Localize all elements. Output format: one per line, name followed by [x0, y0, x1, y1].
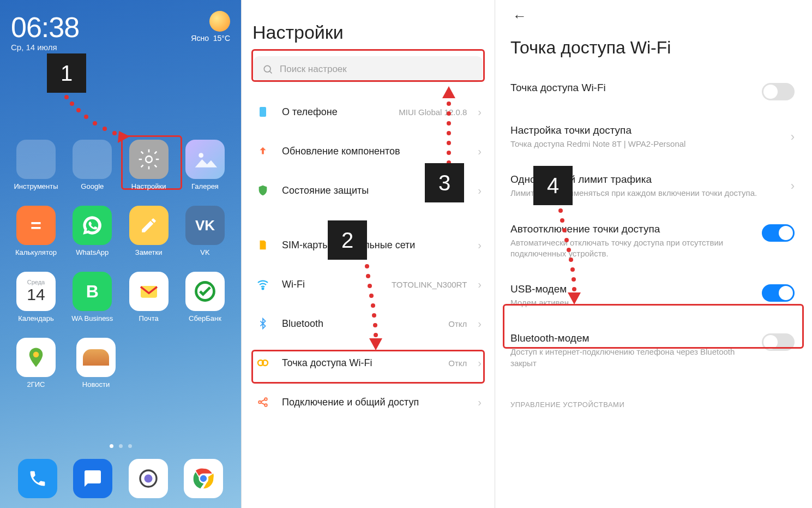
svg-point-0	[64, 95, 69, 99]
app-settings[interactable]: Настройки	[123, 140, 175, 190]
row-usb-modem[interactable]: USB-модемМодем активен	[510, 271, 795, 320]
settings-row-security[interactable]: Состояние защиты ›	[252, 171, 484, 210]
svg-point-19	[262, 288, 264, 290]
status-bar: 06:38 Ср, 14 июля Ясно 15°C	[0, 0, 241, 52]
clock-date: Ср, 14 июля	[11, 43, 79, 52]
chrome-app[interactable]	[184, 459, 223, 498]
update-icon	[255, 143, 271, 159]
home-screen-panel: 06:38 Ср, 14 июля Ясно 15°C 1 Инструмент…	[0, 0, 241, 508]
app-grid: Инструменты Google Настройки Галерея =Ка…	[0, 140, 241, 404]
app-sberbank[interactable]: СберБанк	[179, 272, 231, 322]
phone-info-icon	[255, 104, 271, 120]
auto-off-toggle[interactable]	[762, 224, 795, 242]
bt-modem-toggle[interactable]	[762, 333, 795, 351]
app-news[interactable]: Новости	[70, 338, 122, 389]
row-data-limit[interactable]: Однократный лимит трафикаЛимит будет при…	[510, 162, 795, 211]
svg-point-8	[199, 153, 203, 158]
back-button[interactable]: ←	[510, 0, 795, 25]
clock-widget[interactable]: 06:38 Ср, 14 июля	[11, 11, 79, 52]
hotspot-settings-panel: ← Точка доступа Wi-Fi Точка доступа Wi-F…	[495, 0, 812, 508]
messages-app[interactable]	[73, 459, 112, 498]
clock-time: 06:38	[11, 11, 79, 44]
app-vk[interactable]: VKVK	[179, 206, 231, 256]
gear-icon	[129, 140, 169, 179]
hotspot-title: Точка доступа Wi-Fi	[510, 25, 795, 70]
settings-row-hotspot[interactable]: Точка доступа Wi-Fi Откл ›	[252, 343, 484, 383]
row-hotspot-config[interactable]: Настройка точки доступаТочка доступа Red…	[510, 112, 795, 162]
sber-icon	[185, 272, 225, 311]
app-gallery[interactable]: Галерея	[179, 140, 231, 190]
settings-row-sim[interactable]: SIM-карты и мобильные сети ›	[252, 225, 484, 265]
app-wa-business[interactable]: BWA Business	[66, 272, 118, 322]
search-icon	[262, 64, 273, 75]
map-pin-icon	[16, 338, 56, 377]
weather-widget[interactable]: Ясно 15°C	[191, 11, 230, 43]
svg-point-11	[33, 352, 39, 358]
svg-point-17	[264, 65, 270, 72]
svg-rect-18	[260, 107, 266, 117]
svg-point-3	[84, 115, 88, 119]
hotspot-icon	[255, 355, 271, 371]
weather-text: Ясно 15°C	[191, 34, 230, 43]
app-2gis[interactable]: 2ГИС	[10, 338, 62, 389]
chevron-right-icon: ›	[478, 106, 482, 118]
pencil-icon	[129, 206, 169, 245]
row-auto-off[interactable]: Автоотключение точки доступаАвтоматическ…	[510, 211, 795, 272]
usb-modem-toggle[interactable]	[762, 284, 795, 302]
whatsapp-icon	[73, 206, 112, 245]
phone-app[interactable]	[18, 459, 57, 498]
svg-point-4	[93, 121, 97, 125]
svg-point-6	[112, 131, 117, 135]
row-hotspot-toggle[interactable]: Точка доступа Wi-Fi	[510, 70, 795, 112]
settings-list-panel: Настройки Поиск настроек О телефоне MIUI…	[241, 0, 495, 508]
app-tools[interactable]: Инструменты	[10, 140, 62, 190]
svg-point-13	[144, 475, 152, 483]
svg-point-7	[146, 156, 152, 163]
svg-point-1	[70, 101, 74, 106]
annotation-marker-1: 1	[47, 53, 86, 93]
svg-point-2	[76, 108, 81, 112]
annotation-arrow-1	[60, 92, 136, 146]
bluetooth-icon	[255, 315, 271, 332]
app-notes[interactable]: Заметки	[123, 206, 175, 256]
hotspot-toggle[interactable]	[762, 83, 795, 100]
share-icon	[255, 394, 271, 410]
wifi-icon	[255, 276, 271, 292]
settings-row-update[interactable]: Обновление компонентов ›	[252, 132, 484, 171]
chevron-right-icon: ›	[791, 130, 795, 144]
dock	[0, 459, 241, 498]
shield-icon	[255, 182, 271, 199]
settings-row-about[interactable]: О телефоне MIUI Global 12.0.8 ›	[252, 92, 484, 132]
gallery-icon	[185, 140, 225, 179]
page-indicator	[0, 444, 241, 448]
section-devices: УПРАВЛЕНИЕ УСТРОЙСТВАМИ	[510, 381, 795, 409]
app-calendar[interactable]: Среда14Календарь	[10, 272, 62, 322]
settings-title: Настройки	[252, 0, 484, 54]
app-whatsapp[interactable]: WhatsApp	[66, 206, 118, 256]
row-bt-modem[interactable]: Bluetooth-модемДоступ к интернет-подключ…	[510, 320, 795, 381]
search-settings-input[interactable]: Поиск настроек	[254, 56, 483, 82]
mail-icon	[129, 272, 169, 311]
app-mail[interactable]: Почта	[123, 272, 175, 322]
settings-row-connection[interactable]: Подключение и общий доступ ›	[252, 383, 484, 422]
camera-app[interactable]	[129, 459, 168, 498]
sim-icon	[255, 237, 271, 253]
settings-row-bluetooth[interactable]: Bluetooth Откл ›	[252, 304, 484, 343]
app-google-folder[interactable]: Google	[66, 140, 118, 190]
svg-point-5	[103, 127, 107, 131]
settings-row-wifi[interactable]: Wi-Fi TOTOLINK_N300RT ›	[252, 265, 484, 304]
app-calculator[interactable]: =Калькулятор	[10, 206, 62, 256]
sun-icon	[209, 11, 230, 32]
